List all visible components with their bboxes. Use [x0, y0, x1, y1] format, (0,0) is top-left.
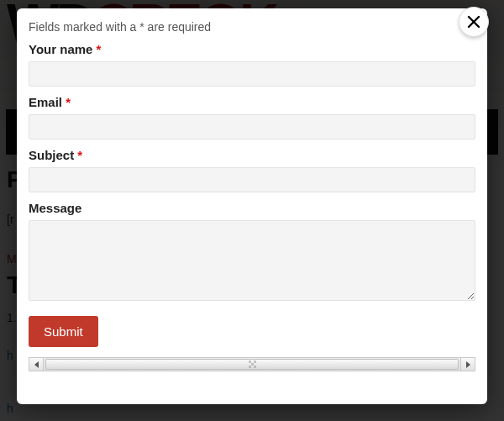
close-button[interactable] — [459, 7, 489, 37]
name-label-text: Your name — [29, 42, 92, 56]
contact-modal: Fields marked with a * are required Your… — [17, 8, 487, 404]
scroll-left-button[interactable] — [29, 358, 44, 371]
subject-label: Subject * — [29, 148, 475, 162]
required-marker: * — [77, 148, 82, 162]
name-input[interactable] — [29, 61, 475, 87]
name-label: Your name * — [29, 42, 475, 56]
grip-icon — [249, 360, 256, 368]
message-label: Message — [29, 201, 475, 215]
subject-label-text: Subject — [29, 148, 74, 162]
message-input[interactable] — [29, 220, 475, 301]
required-marker: * — [66, 95, 71, 109]
required-hint: Fields marked with a * are required — [29, 20, 475, 34]
scroll-track[interactable] — [44, 358, 460, 371]
email-label-text: Email — [29, 95, 62, 109]
submit-button[interactable]: Submit — [29, 316, 98, 347]
required-marker: * — [97, 42, 102, 56]
arrow-right-icon — [466, 361, 470, 368]
scroll-right-button[interactable] — [460, 358, 475, 371]
scroll-thumb[interactable] — [45, 359, 459, 370]
email-label: Email * — [29, 95, 475, 109]
form-area: Fields marked with a * are required Your… — [29, 20, 475, 394]
subject-input[interactable] — [29, 167, 475, 192]
message-label-text: Message — [29, 201, 81, 215]
email-input[interactable] — [29, 114, 475, 139]
close-icon — [467, 15, 480, 29]
arrow-left-icon — [34, 361, 39, 368]
horizontal-scrollbar[interactable] — [29, 357, 475, 371]
